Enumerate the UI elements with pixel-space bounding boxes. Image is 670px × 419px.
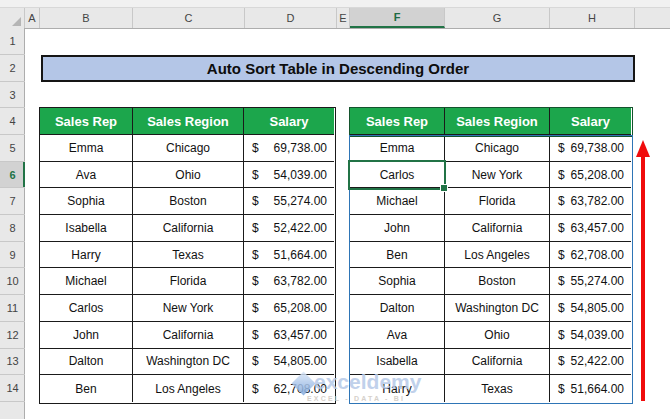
- sorted-rep-cell[interactable]: Emma: [350, 135, 445, 162]
- unsorted-header-cell[interactable]: Salary: [244, 108, 334, 135]
- salary-amount: 54,039.00: [274, 168, 327, 182]
- sorted-rep-cell[interactable]: Carlos: [350, 162, 445, 189]
- sorted-region-cell[interactable]: Ohio: [445, 322, 550, 349]
- sorted-rep-cell[interactable]: Isabella: [350, 349, 445, 376]
- row-header-14[interactable]: 14: [0, 375, 25, 402]
- row-header-7[interactable]: 7: [0, 188, 25, 215]
- sorted-region-cell[interactable]: California: [445, 215, 550, 242]
- column-header-A[interactable]: A: [25, 8, 40, 28]
- unsorted-salary-cell[interactable]: $63,782.00: [244, 268, 334, 295]
- row-header-1[interactable]: 1: [0, 28, 25, 55]
- sorted-region-cell[interactable]: New York: [445, 162, 550, 189]
- unsorted-rep-cell[interactable]: John: [40, 322, 133, 349]
- unsorted-salary-cell[interactable]: $55,274.00: [244, 188, 334, 215]
- unsorted-salary-cell[interactable]: $65,208.00: [244, 295, 334, 322]
- sorted-region-cell[interactable]: Boston: [445, 268, 550, 295]
- unsorted-rep-cell[interactable]: Ben: [40, 375, 133, 402]
- unsorted-salary-cell[interactable]: $52,422.00: [244, 215, 334, 242]
- sorted-salary-cell[interactable]: $54,805.00: [550, 295, 631, 322]
- unsorted-rep-cell[interactable]: Sophia: [40, 188, 133, 215]
- row-header-5[interactable]: 5: [0, 135, 25, 162]
- salary-amount: 55,274.00: [571, 274, 624, 288]
- currency-symbol: $: [252, 274, 259, 288]
- row-header-10[interactable]: 10: [0, 269, 25, 296]
- unsorted-salary-cell[interactable]: $62,708.00: [244, 375, 334, 402]
- unsorted-region-cell[interactable]: Boston: [133, 188, 244, 215]
- sorted-salary-cell[interactable]: $65,208.00: [550, 162, 631, 189]
- column-header-B[interactable]: B: [40, 8, 133, 28]
- column-header-F[interactable]: F: [350, 8, 445, 28]
- sorted-region-cell[interactable]: California: [445, 349, 550, 376]
- salary-amount: 54,805.00: [274, 354, 327, 368]
- unsorted-salary-cell[interactable]: $63,457.00: [244, 322, 334, 349]
- sorted-rep-cell[interactable]: Sophia: [350, 268, 445, 295]
- column-header-D[interactable]: D: [245, 8, 337, 28]
- select-all-corner[interactable]: [0, 8, 25, 28]
- unsorted-salary-cell[interactable]: $51,664.00: [244, 242, 334, 269]
- sorted-region-cell[interactable]: Texas: [445, 375, 550, 402]
- unsorted-region-cell[interactable]: New York: [133, 295, 244, 322]
- unsorted-region-cell[interactable]: California: [133, 215, 244, 242]
- row-header-13[interactable]: 13: [0, 349, 25, 376]
- sorted-header-cell[interactable]: Salary: [550, 108, 631, 135]
- unsorted-salary-cell[interactable]: $54,805.00: [244, 349, 334, 376]
- unsorted-region-cell[interactable]: Florida: [133, 268, 244, 295]
- unsorted-rep-cell[interactable]: Michael: [40, 268, 133, 295]
- sorted-salary-cell[interactable]: $54,039.00: [550, 322, 631, 349]
- unsorted-region-cell[interactable]: Los Angeles: [133, 375, 244, 402]
- salary-amount: 52,422.00: [274, 221, 327, 235]
- row-header-11[interactable]: 11: [0, 295, 25, 322]
- currency-symbol: $: [252, 248, 259, 262]
- unsorted-region-cell[interactable]: California: [133, 322, 244, 349]
- title-banner-cell[interactable]: Auto Sort Table in Descending Order: [41, 55, 635, 82]
- unsorted-region-cell[interactable]: Washington DC: [133, 349, 244, 376]
- sorted-salary-cell[interactable]: $69,738.00: [550, 135, 631, 162]
- unsorted-rep-cell[interactable]: Ava: [40, 162, 133, 189]
- sorted-header-cell[interactable]: Sales Rep: [350, 108, 445, 135]
- sorted-rep-cell[interactable]: Ava: [350, 322, 445, 349]
- column-header-G[interactable]: G: [445, 8, 550, 28]
- sorted-rep-cell[interactable]: Dalton: [350, 295, 445, 322]
- unsorted-header-cell[interactable]: Sales Rep: [40, 108, 133, 135]
- sorted-salary-cell[interactable]: $55,274.00: [550, 268, 631, 295]
- unsorted-region-cell[interactable]: Texas: [133, 242, 244, 269]
- currency-symbol: $: [252, 194, 259, 208]
- unsorted-region-cell[interactable]: Chicago: [133, 135, 244, 162]
- column-header-H[interactable]: H: [550, 8, 635, 28]
- arrow-shaft: [641, 155, 645, 401]
- sorted-rep-cell[interactable]: Harry: [350, 375, 445, 402]
- sorted-rep-cell[interactable]: Michael: [350, 188, 445, 215]
- row-header-2[interactable]: 2: [0, 55, 25, 82]
- column-header-E[interactable]: E: [337, 8, 350, 28]
- sorted-salary-cell[interactable]: $51,664.00: [550, 375, 631, 402]
- row-header-4[interactable]: 4: [0, 108, 25, 135]
- row-header-9[interactable]: 9: [0, 242, 25, 269]
- row-header-6[interactable]: 6: [0, 162, 25, 189]
- row-header-8[interactable]: 8: [0, 215, 25, 242]
- sorted-region-cell[interactable]: Florida: [445, 188, 550, 215]
- sorted-header-cell[interactable]: Sales Region: [445, 108, 550, 135]
- unsorted-header-cell[interactable]: Sales Region: [133, 108, 244, 135]
- sorted-salary-cell[interactable]: $63,457.00: [550, 215, 631, 242]
- sorted-rep-cell[interactable]: John: [350, 215, 445, 242]
- unsorted-salary-cell[interactable]: $54,039.00: [244, 162, 334, 189]
- unsorted-rep-cell[interactable]: Emma: [40, 135, 133, 162]
- sorted-rep-cell[interactable]: Ben: [350, 242, 445, 269]
- sorted-salary-cell[interactable]: $52,422.00: [550, 349, 631, 376]
- column-header-C[interactable]: C: [133, 8, 245, 28]
- row-header-12[interactable]: 12: [0, 322, 25, 349]
- row-header-3[interactable]: 3: [0, 82, 25, 108]
- unsorted-rep-cell[interactable]: Carlos: [40, 295, 133, 322]
- unsorted-salary-cell[interactable]: $69,738.00: [244, 135, 334, 162]
- unsorted-rep-cell[interactable]: Harry: [40, 242, 133, 269]
- unsorted-region-cell[interactable]: Ohio: [133, 162, 244, 189]
- sorted-region-cell[interactable]: Washington DC: [445, 295, 550, 322]
- currency-symbol: $: [558, 328, 565, 342]
- unsorted-rep-cell[interactable]: Isabella: [40, 215, 133, 242]
- sorted-region-cell[interactable]: Chicago: [445, 135, 550, 162]
- excel-worksheet: ABCDEFGH 1234567891011121314 Auto Sort T…: [0, 0, 670, 419]
- sorted-salary-cell[interactable]: $63,782.00: [550, 188, 631, 215]
- sorted-salary-cell[interactable]: $62,708.00: [550, 242, 631, 269]
- unsorted-rep-cell[interactable]: Dalton: [40, 349, 133, 376]
- sorted-region-cell[interactable]: Los Angeles: [445, 242, 550, 269]
